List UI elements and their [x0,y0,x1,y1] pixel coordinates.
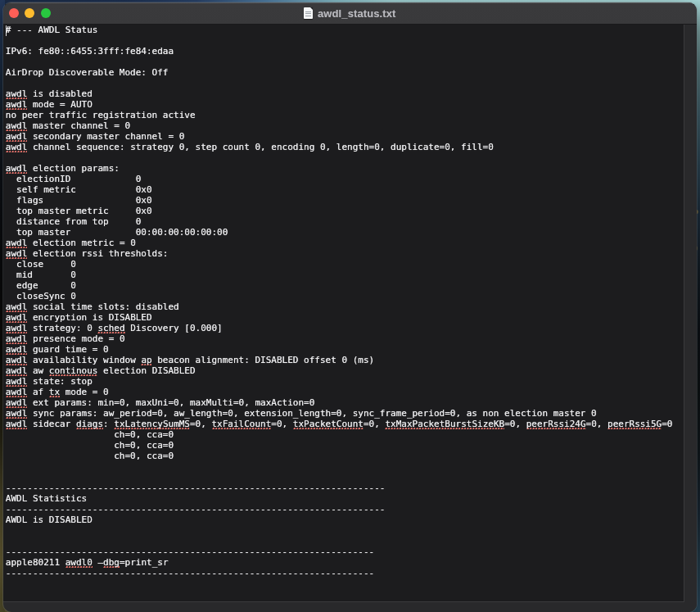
text-line: awdl election params: [6,163,684,174]
text-segment: self metric 0x0 [6,184,152,195]
text-segment: ch=0, cca=0 [6,429,174,440]
misspelled-word: awdl0 [65,557,93,568]
text-segment: closeSync 0 [6,291,76,301]
text-line: ----------------------------------------… [6,483,684,493]
text-line: awdl strategy: 0 sched Discovery [0.000] [6,323,684,333]
text-line: mid 0 [6,270,684,280]
text-segment: af [27,387,49,397]
text-segment: edge 0 [6,280,76,291]
text-segment: channel sequence: strategy 0, step count… [27,142,494,152]
misspelled-word: ap [141,355,151,365]
text-segment: election params: [27,163,120,174]
text-segment: state: stop [27,376,92,387]
text-line: awdl availability window ap beacon align… [6,355,684,365]
text-line: awdl state: stop [6,376,684,387]
text-segment: availability window [27,355,141,365]
text-line: awdl mode = AUTO [6,99,684,110]
text-line: self metric 0x0 [6,184,684,195]
misspelled-word: awdl [6,355,28,365]
misspelled-word: txFailCount [212,419,272,429]
misspelled-word: awdl [6,387,28,397]
text-segment: ----------------------------------------… [6,504,386,515]
text-segment: Discovery [0.000] [125,323,223,333]
text-segment: election metric = 0 [27,238,135,248]
misspelled-word: awdl [6,120,28,131]
window-titlebar[interactable]: awdl_status.txt [3,2,697,25]
text-segment: guard time = 0 [27,344,108,355]
document-icon [304,7,313,19]
text-segment: strategy: 0 [27,323,97,333]
text-line: awdl ext params: min=0, maxUni=0, maxMul… [6,397,684,408]
text-line: AirDrop Discoverable Mode: Off [6,67,684,78]
text-segment: — [93,557,103,568]
text-line: awdl aw continous election DISABLED [6,365,684,376]
misspelled-word: diags [76,419,103,429]
title-group: awdl_status.txt [3,2,697,24]
misspelled-word: awdl [6,376,28,387]
text-segment: election rssi thresholds: [27,248,168,259]
window-title: awdl_status.txt [318,7,395,20]
misspelled-word: txLatencySumMS [114,419,190,429]
misspelled-word: txPacketCount [293,419,364,429]
text-segment: encryption is DISABLED [27,312,151,323]
misspelled-word: awdl [6,248,28,259]
misspelled-word: awdl [6,301,28,312]
text-segment: no peer traffic registration active [6,110,196,120]
misspelled-word: awdl [6,344,28,355]
text-line: apple80211 awdl0 —dbg=print_sr [6,557,684,568]
text-segment: ----------------------------------------… [6,546,374,557]
text-editor-area[interactable]: # --- AWDL StatusIPv6: fe80::6455:3fff:f… [3,25,684,602]
texteditor-window: awdl_status.txt # --- AWDL StatusIPv6: f… [3,2,697,612]
text-line: awdl sidecar diags: txLatencySumMS=0, tx… [6,419,684,429]
misspelled-word: awdl [6,419,28,429]
text-line: awdl guard time = 0 [6,344,684,355]
text-segment: AWDL Statistics [6,493,87,504]
text-line [6,152,684,163]
text-segment: presence mode = 0 [27,333,124,344]
text-cursor [6,25,7,36]
text-line: ch=0, cca=0 [6,451,684,461]
text-segment: secondary master channel = 0 [27,131,184,142]
text-segment: election DISABLED [97,365,195,376]
text-line: flags 0x0 [6,195,684,206]
text-segment: top master 00:00:00:00:00:00 [6,227,228,238]
text-line: IPv6: fe80::6455:3fff:fe84:edaa [6,46,684,57]
text-line [6,472,684,483]
text-line: # --- AWDL Status [6,25,684,35]
misspelled-word: sched [97,323,124,333]
misspelled-word: awdl [6,365,28,376]
text-line: ----------------------------------------… [6,546,684,557]
text-segment: mode = 0 [60,387,109,397]
text-segment: apple80211 [6,557,65,568]
text-content[interactable]: # --- AWDL StatusIPv6: fe80::6455:3fff:f… [6,25,684,601]
misspelled-word: peerRssi24G [526,419,586,429]
text-line: AWDL Statistics [6,493,684,504]
misspelled-word: awdl [6,131,28,142]
scrollbar-track[interactable] [684,25,697,611]
text-segment: social time slots: disabled [27,301,178,312]
misspelled-word: awdl [6,99,28,110]
text-segment: mid 0 [6,270,76,280]
text-segment: ----------------------------------------… [6,568,374,578]
misspelled-word: awdl [6,88,28,99]
text-line: ----------------------------------------… [6,568,684,578]
text-line: awdl master channel = 0 [6,120,684,131]
misspelled-word: awdl [6,408,28,419]
text-line [6,536,684,546]
text-segment: # --- AWDL Status [6,25,98,35]
misspelled-word: awdl [6,312,28,323]
text-segment: AWDL is DISABLED [6,515,93,525]
text-line [6,461,684,472]
text-line: no peer traffic registration active [6,110,684,120]
text-segment: aw [27,365,49,376]
text-line: awdl channel sequence: strategy 0, step … [6,142,684,152]
misspelled-word: peerRssi5G [607,419,662,429]
text-line: awdl encryption is DISABLED [6,312,684,323]
misspelled-word: dbg [103,557,120,568]
text-segment: =0, [364,419,386,429]
text-segment: top master metric 0x0 [6,206,152,216]
text-line: distance from top 0 [6,216,684,227]
text-segment: AirDrop Discoverable Mode: Off [6,67,169,78]
text-line: ch=0, cca=0 [6,440,684,451]
text-segment: : [103,419,114,429]
